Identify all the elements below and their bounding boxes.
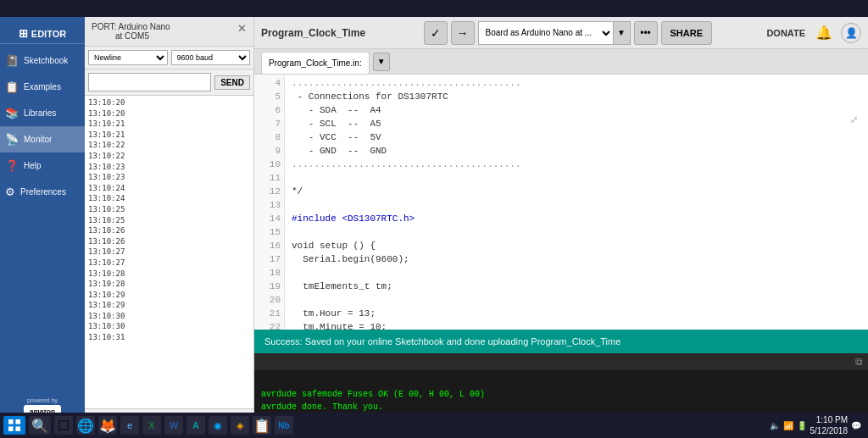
serial-log-entry: 13:10:28 <box>88 269 250 280</box>
task-search[interactable]: 🔍 <box>29 416 51 435</box>
sidebar-item-preferences[interactable]: ⚙ Preferences <box>0 179 85 205</box>
taskbar-right: 🔈 📶 🔋 1:10 PM 5/12/2018 💬 <box>770 414 869 436</box>
sidebar-item-sketchbook[interactable]: 📓 Sketchbook <box>0 47 85 74</box>
menu-bar <box>0 0 868 17</box>
help-icon: ❓ <box>5 159 19 172</box>
code-line: #include <DS1307RTC.h> <box>292 212 861 225</box>
line-number: 8 <box>258 130 281 144</box>
send-button[interactable]: SEND <box>214 75 250 90</box>
line-number: 6 <box>258 103 281 117</box>
system-clock[interactable]: 1:10 PM 5/12/2018 <box>810 414 849 436</box>
code-content[interactable]: 4567891011121314151617181920212223242526… <box>254 75 868 330</box>
line-number: 17 <box>258 252 281 266</box>
task-app3[interactable]: 📋 <box>253 416 271 435</box>
examples-label: Examples <box>24 82 61 91</box>
terminal-copy-button[interactable]: ⧉ <box>855 356 863 368</box>
line-number: 11 <box>258 171 281 185</box>
notification-tray[interactable]: 💬 <box>851 421 861 430</box>
sidebar-item-libraries[interactable]: 📚 Libraries <box>0 100 85 126</box>
port-com: at COM5 <box>115 31 149 41</box>
user-avatar[interactable]: 👤 <box>841 23 861 43</box>
serial-close-button[interactable]: ✕ <box>237 22 247 35</box>
serial-log-entry: 13:10:25 <box>88 215 250 226</box>
share-button[interactable]: SHARE <box>661 21 713 45</box>
taskbar: 🔍 ☐ 🌐 🦊 e X W A ◉ ◈ 📋 Nb 🔈 📶 🔋 1:10 PM 5… <box>0 413 868 438</box>
line-number: 13 <box>258 198 281 212</box>
code-line: - VCC -- 5V <box>292 130 861 144</box>
line-number: 9 <box>258 144 281 158</box>
line-number: 16 <box>258 239 281 252</box>
task-app4[interactable]: Nb <box>275 416 293 435</box>
code-line: tm.Hour = 13; <box>292 307 861 320</box>
task-ie[interactable]: e <box>120 416 139 435</box>
serial-log-entry: 13:10:24 <box>88 183 250 194</box>
board-dropdown-arrow[interactable]: ▼ <box>614 21 631 45</box>
libraries-label: Libraries <box>24 108 56 118</box>
code-editor: 4567891011121314151617181920212223242526… <box>254 75 868 430</box>
serial-text-field[interactable] <box>88 73 211 91</box>
verify-button[interactable]: ✓ <box>424 21 448 45</box>
baud-select[interactable]: 9600 baud <box>171 50 251 65</box>
donate-button[interactable]: DONATE <box>766 28 805 38</box>
sidebar-item-examples[interactable]: 📋 Examples <box>0 74 85 100</box>
serial-log-entry: 13:10:27 <box>88 258 250 269</box>
port-value: Arduino Nano <box>119 22 170 31</box>
sidebar-item-help[interactable]: ❓ Help <box>0 152 85 179</box>
serial-log-entry: 13:10:21 <box>88 130 250 141</box>
editor-top-bar: Program_Clock_Time ✓ → Board as Arduino … <box>254 17 868 49</box>
app-title: Program_Clock_Time <box>261 27 365 39</box>
clock-date: 5/12/2018 <box>810 425 849 436</box>
more-options-button[interactable]: ••• <box>634 21 658 45</box>
libraries-icon: 📚 <box>5 107 19 119</box>
newline-baud-row: Newline 9600 baud <box>85 47 253 69</box>
serial-log-entry: 13:10:30 <box>88 321 250 332</box>
file-tab-dropdown[interactable]: ▼ <box>373 53 390 71</box>
network-icon[interactable]: 📶 <box>783 421 793 430</box>
code-lines[interactable]: ........................................… <box>285 75 868 330</box>
line-number: 21 <box>258 307 281 320</box>
notification-icon[interactable]: 🔔 <box>815 25 832 41</box>
line-number: 15 <box>258 225 281 239</box>
upload-button[interactable]: → <box>451 21 475 45</box>
board-dropdown[interactable]: Board as Arduino Nano at ... <box>478 21 614 45</box>
serial-monitor-panel: PORT: Arduino Nano at COM5 ✕ Newline 960… <box>85 17 254 430</box>
newline-select[interactable]: Newline <box>88 50 168 65</box>
serial-log-entry: 13:10:26 <box>88 225 250 236</box>
active-file-tab[interactable]: Program_Clock_Time.in: <box>261 52 370 74</box>
task-word[interactable]: W <box>164 416 183 435</box>
volume-icon[interactable]: 🔈 <box>770 421 780 430</box>
examples-icon: 📋 <box>5 80 19 93</box>
task-excel[interactable]: X <box>142 416 161 435</box>
serial-log-entry: 13:10:29 <box>88 300 250 311</box>
code-line <box>292 225 861 239</box>
code-line <box>292 171 861 185</box>
serial-log-entry: 13:10:28 <box>88 279 250 290</box>
start-button[interactable] <box>3 416 25 435</box>
task-arduino[interactable]: A <box>186 416 205 435</box>
serial-log-entry: 13:10:30 <box>88 311 250 322</box>
sidebar-item-monitor[interactable]: 📡 Monitor <box>0 126 85 152</box>
code-line: ........................................… <box>292 158 861 171</box>
task-edge[interactable]: 🌐 <box>76 416 95 435</box>
success-message: Success: Saved on your online Sketchbook… <box>264 336 620 347</box>
expand-icon[interactable]: ⤢ <box>850 114 858 125</box>
svg-rect-2 <box>8 426 14 431</box>
code-line: ........................................… <box>292 76 861 90</box>
line-number: 7 <box>258 117 281 130</box>
code-line: */ <box>292 185 861 198</box>
task-firefox[interactable]: 🦊 <box>98 416 117 435</box>
serial-log-entry: 13:10:21 <box>88 119 250 130</box>
task-view[interactable]: ☐ <box>54 416 73 435</box>
battery-icon[interactable]: 🔋 <box>797 421 807 430</box>
serial-log: 13:10:2013:10:2013:10:2113:10:2113:10:22… <box>85 96 253 408</box>
serial-log-entry: 13:10:20 <box>88 97 250 108</box>
grid-icon[interactable]: ⊞ <box>19 27 28 40</box>
preferences-label: Preferences <box>20 187 66 197</box>
line-number: 4 <box>258 76 281 90</box>
serial-log-entry: 13:10:20 <box>88 108 250 119</box>
task-app2[interactable]: ◈ <box>231 416 249 435</box>
serial-log-entry: 13:10:23 <box>88 162 250 173</box>
line-number: 14 <box>258 212 281 225</box>
task-app1[interactable]: ◉ <box>209 416 227 435</box>
line-number: 18 <box>258 266 281 280</box>
